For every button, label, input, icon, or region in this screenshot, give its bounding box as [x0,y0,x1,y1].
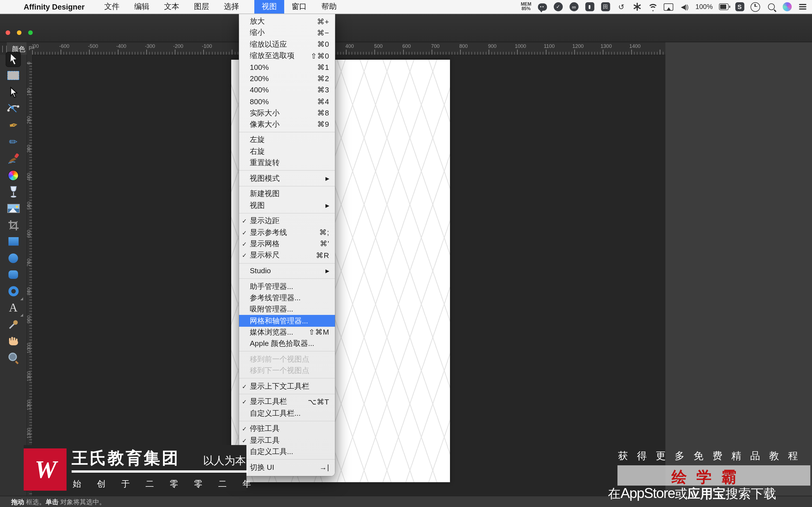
control-center-list-icon[interactable] [798,2,808,11]
menu-item-400%[interactable]: 400%⌘3 [239,84,335,96]
menubar-item-视图[interactable]: 视图 [254,0,284,13]
menubar-item-帮助[interactable]: 帮助 [314,0,344,13]
zoom-tool[interactable] [6,350,21,365]
menu-item-显示工具栏[interactable]: ✓显示工具栏⌥⌘T [239,396,335,408]
pen-tool[interactable]: ✒ [6,118,21,133]
menu-separator [239,132,335,132]
menu-item-重置旋转[interactable]: 重置旋转 [239,157,335,169]
hruler-label--200: -200 [173,43,183,49]
menu-item-Apple 颜色拾取器...[interactable]: Apple 颜色拾取器... [239,338,335,349]
clock-icon[interactable] [751,2,760,11]
menu-item-视图模式[interactable]: 视图模式▶ [239,173,335,184]
app-toolbar [0,13,812,42]
menu-item-200%[interactable]: 200%⌘2 [239,73,335,84]
menu-item-媒体浏览器...[interactable]: 媒体浏览器...⇧⌘M [239,327,335,338]
menu-item-视图[interactable]: 视图▶ [239,200,335,211]
menubar-item-图层[interactable]: 图层 [187,0,216,13]
point-transform-tool[interactable] [6,101,21,117]
menu-item-切换 UI[interactable]: 切换 UI→| [239,462,335,473]
menu-item-显示上下文工具栏[interactable]: ✓显示上下文工具栏 [239,381,335,392]
menu-item-显示网格[interactable]: ✓显示网格⌘' [239,238,335,250]
airplay-display-icon[interactable] [664,2,673,11]
menu-item-显示参考线[interactable]: ✓显示参考线⌘; [239,227,335,238]
panel-grip[interactable] [2,46,7,52]
microphone-icon[interactable] [585,2,595,11]
app-name[interactable]: Affinity Designer [24,3,85,11]
menu-item-显示边距[interactable]: ✓显示边距 [239,216,335,227]
ad-since-text: 始创于二零零二年 [73,479,267,490]
menu-item-参考线管理器...[interactable]: 参考线管理器... [239,292,335,304]
menubar-item-窗口[interactable]: 窗口 [284,0,314,13]
vector-crop-tool[interactable] [6,217,21,233]
menubar-item-选择[interactable]: 选择 [216,0,246,13]
artboard-tool[interactable] [6,68,21,83]
hruler-label-1400: 1400 [629,43,641,49]
hruler-label--100: -100 [202,43,212,49]
siri-icon[interactable] [782,2,792,11]
menu-item-像素大小[interactable]: 像素大小⌘9 [239,119,335,130]
menu-item-助手管理器...[interactable]: 助手管理器... [239,281,335,292]
zoom-window-button[interactable] [28,31,33,35]
s-app-icon[interactable]: S [735,2,744,11]
menu-separator [239,378,335,379]
menu-item-新建视图[interactable]: 新建视图 [239,188,335,200]
menu-item-缩放以适应[interactable]: 缩放以适应⌘0 [239,39,335,50]
input-method-icon[interactable]: 田 [601,2,610,11]
menu-item-显示工具[interactable]: ✓显示工具 [239,435,335,446]
vector-brush-tool[interactable] [6,151,21,166]
wifi-icon[interactable] [648,2,658,11]
shield-check-icon[interactable]: ✓ [553,2,563,11]
ad-download-line: 在AppStore或应用宝搜索下载 [608,485,776,503]
move-tool[interactable] [6,52,21,67]
menubar-item-编辑[interactable]: 编辑 [127,0,157,13]
color-picker-tool[interactable] [6,317,21,332]
menu-item-放大[interactable]: 放大⌘+ [239,16,335,27]
menu-item-停驻工具[interactable]: ✓停驻工具 [239,424,335,435]
transparency-tool[interactable] [6,184,21,200]
hruler-label-700: 700 [431,43,440,49]
node-tool[interactable] [6,85,21,100]
menu-separator [239,279,335,279]
wechat-icon[interactable] [538,2,547,11]
pencil-tool[interactable]: ✏ [6,135,21,150]
creative-cloud-icon[interactable]: ∞ [569,2,579,11]
menu-item-800%[interactable]: 800%⌘4 [239,96,335,107]
volume-icon[interactable]: ◀)) [680,2,689,11]
ad-company-name: 王氏教育集团 [71,447,180,470]
minimize-window-button[interactable] [17,31,21,35]
menu-item-实际大小[interactable]: 实际大小⌘8 [239,107,335,119]
menu-item-缩放至选取项[interactable]: 缩放至选取项⇧⌘0 [239,50,335,62]
menu-item-自定义工具...[interactable]: 自定义工具... [239,446,335,458]
view-pan-tool[interactable] [6,334,21,349]
menu-item-右旋[interactable]: 右旋 [239,146,335,157]
rectangle-tool[interactable] [6,234,21,249]
menu-item-吸附管理器...[interactable]: 吸附管理器... [239,304,335,315]
place-image-tool[interactable] [6,201,21,216]
menubar-item-文本[interactable]: 文本 [157,0,187,13]
artistic-text-tool[interactable]: A [6,300,21,316]
memory-indicator[interactable]: MEM85% [521,2,531,11]
menu-item-显示标尺[interactable]: ✓显示标尺⌘R [239,249,335,261]
view-menu-dropdown: 放大⌘+缩小⌘−缩放以适应⌘0缩放至选取项⇧⌘0100%⌘1200%⌘2400%… [239,13,335,476]
fill-gradient-tool[interactable] [6,168,21,183]
donut-tool[interactable] [6,284,21,299]
battery-icon[interactable] [719,2,728,11]
time-machine-icon[interactable]: ↺ [617,2,626,11]
menu-item-网格和轴管理器...[interactable]: 网格和轴管理器... [239,315,335,327]
close-window-button[interactable] [6,31,10,35]
tools-sidebar: ✒✏A [0,55,27,496]
menu-item-左旋[interactable]: 左旋 [239,134,335,146]
menu-item-100%[interactable]: 100%⌘1 [239,61,335,73]
menu-item-自定义工具栏...[interactable]: 自定义工具栏... [239,407,335,419]
hruler-label-600: 600 [402,43,411,49]
menu-separator [239,186,335,186]
menu-item-Studio[interactable]: Studio▶ [239,265,335,277]
menu-separator [239,213,335,214]
menu-item-缩小[interactable]: 缩小⌘− [239,27,335,39]
menubar-item-文件[interactable]: 文件 [97,0,127,13]
spotlight-search-icon[interactable] [766,2,776,11]
rounded-rectangle-tool[interactable] [6,267,21,283]
starburst-icon[interactable] [632,2,642,11]
ellipse-tool[interactable] [6,251,21,266]
hruler-label-500: 500 [374,43,383,49]
